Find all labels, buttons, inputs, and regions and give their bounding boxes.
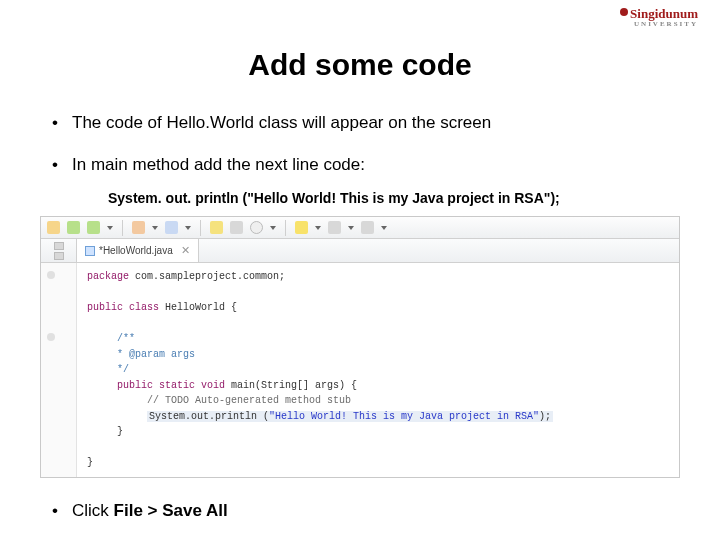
search-icon bbox=[250, 221, 263, 234]
toolbar-icon bbox=[230, 221, 243, 234]
dropdown-icon bbox=[381, 223, 387, 229]
ide-toolbar bbox=[41, 217, 679, 239]
slide-title: Add some code bbox=[0, 48, 720, 82]
dropdown-icon bbox=[152, 223, 158, 229]
dropdown-icon bbox=[185, 223, 191, 229]
tab-label: *HelloWorld.java bbox=[99, 245, 173, 256]
code-snippet: System. out. println ("Hello World! This… bbox=[108, 190, 720, 206]
editor-ruler bbox=[41, 263, 77, 477]
toolbar-icon bbox=[165, 221, 178, 234]
dropdown-icon bbox=[315, 223, 321, 229]
gutter-tabs bbox=[41, 239, 77, 262]
toolbar-icon bbox=[328, 221, 341, 234]
dropdown-icon bbox=[348, 223, 354, 229]
java-file-icon bbox=[85, 246, 95, 256]
dropdown-icon bbox=[107, 223, 113, 229]
editor-tab[interactable]: *HelloWorld.java ✕ bbox=[77, 239, 199, 262]
toolbar-icon bbox=[67, 221, 80, 234]
toolbar-icon bbox=[132, 221, 145, 234]
toolbar-icon bbox=[210, 221, 223, 234]
bullet-1: The code of Hello.World class will appea… bbox=[52, 112, 680, 134]
bullet-3: Click File > Save All bbox=[52, 500, 680, 522]
bullet-2: In main method add the next line code: bbox=[52, 154, 680, 176]
dropdown-icon bbox=[270, 223, 276, 229]
close-icon[interactable]: ✕ bbox=[181, 244, 190, 257]
toolbar-icon bbox=[47, 221, 60, 234]
toolbar-icon bbox=[361, 221, 374, 234]
brand-logo: Singidunum UNIVERSITY bbox=[620, 6, 698, 28]
toolbar-icon bbox=[295, 221, 308, 234]
toolbar-icon bbox=[87, 221, 100, 234]
ide-screenshot: *HelloWorld.java ✕ package com.samplepro… bbox=[40, 216, 680, 478]
editor-code: package com.sampleproject.common; public… bbox=[77, 263, 679, 477]
